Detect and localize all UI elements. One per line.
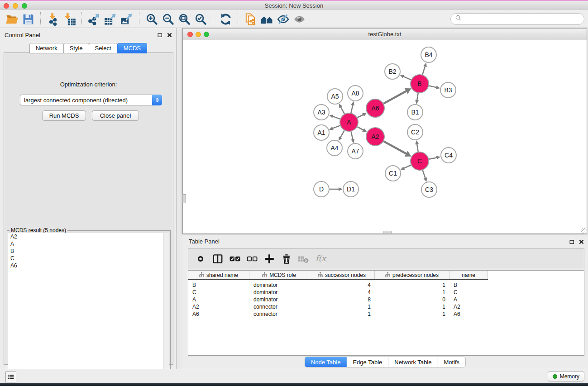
window-resize-grip[interactable] — [581, 228, 587, 234]
table-cell[interactable]: B — [188, 282, 249, 288]
table-cell[interactable]: C — [449, 289, 488, 295]
table-cell[interactable]: A — [449, 296, 488, 303]
mcds-result-item[interactable]: B — [8, 248, 169, 255]
graph-edge-A-A8[interactable] — [351, 105, 353, 113]
tab-edge-table[interactable]: Edge Table — [347, 357, 388, 367]
mcds-result-item[interactable]: A — [8, 240, 169, 248]
graph-edge-A6-B[interactable] — [383, 91, 406, 104]
graph-edge-A-A6[interactable] — [358, 114, 363, 118]
table-cell[interactable]: dominator — [249, 289, 309, 295]
table-cell[interactable]: 4 — [309, 282, 375, 288]
deselect-all-icon[interactable] — [244, 251, 261, 267]
table-cell[interactable]: 1 — [309, 304, 375, 310]
table-cell[interactable]: 1 — [309, 311, 375, 317]
column-header-mcds-role[interactable]: MCDS role — [249, 271, 309, 279]
graph-edge-A-A5[interactable] — [340, 107, 344, 114]
float-panel-icon[interactable] — [157, 32, 163, 38]
import-network-icon[interactable] — [45, 11, 61, 27]
bottom-splitter-grip[interactable] — [383, 231, 392, 234]
close-panel-button[interactable]: Close panel — [92, 110, 139, 121]
tab-node-table[interactable]: Node Table — [305, 357, 347, 367]
graph-edge-A2-C[interactable] — [383, 141, 406, 154]
table-cell[interactable]: 0 — [375, 296, 449, 303]
mcds-result-item[interactable]: A6 — [8, 262, 169, 269]
gear-icon[interactable] — [192, 251, 209, 267]
table-cell[interactable]: A2 — [188, 304, 249, 310]
column-header-successor-nodes[interactable]: successor nodes — [309, 271, 375, 279]
show-eye-icon[interactable] — [291, 11, 307, 27]
import-table-icon[interactable] — [61, 11, 77, 27]
table-cell[interactable]: 1 — [375, 311, 449, 317]
clone-network-icon[interactable] — [242, 11, 258, 27]
table-cell[interactable]: dominator — [249, 282, 309, 288]
column-header-shared-name[interactable]: shared name — [188, 271, 249, 279]
column-header-name[interactable]: name — [449, 271, 488, 279]
graph-edge-C-C1[interactable] — [404, 165, 411, 168]
tab-style[interactable]: Style — [63, 43, 89, 53]
close-table-panel-icon[interactable] — [578, 238, 584, 245]
function-builder-icon[interactable]: f(x) — [312, 251, 330, 267]
graph-edge-A-A2[interactable] — [357, 127, 363, 130]
select-all-icon[interactable] — [226, 251, 244, 267]
table-cell[interactable]: 1 — [375, 304, 449, 310]
table-row[interactable]: Cdominator41C — [188, 289, 584, 296]
close-panel-icon[interactable] — [166, 32, 172, 38]
table-cell[interactable]: C — [188, 289, 249, 295]
result-list-scrollbar[interactable] — [163, 233, 169, 384]
table-cell[interactable]: A — [188, 296, 249, 303]
export-table-icon[interactable] — [102, 11, 119, 27]
table-cell[interactable]: 4 — [309, 289, 375, 295]
criterion-dropdown[interactable]: largest connected component (directed) — [20, 95, 162, 105]
graph-edge-C-C3[interactable] — [423, 170, 425, 178]
memory-button[interactable]: Memory — [548, 372, 584, 381]
zoom-selected-icon[interactable] — [192, 11, 209, 27]
export-image-icon[interactable] — [119, 11, 135, 27]
graph-edge-C-C2[interactable] — [417, 144, 418, 152]
tab-select[interactable]: Select — [89, 43, 118, 53]
mcds-result-list[interactable]: A2ABCA6 — [8, 233, 169, 384]
graph-edge-B-B1[interactable] — [417, 93, 418, 101]
graph-edge-A-A4[interactable] — [340, 130, 344, 138]
refresh-layout-icon[interactable] — [217, 11, 234, 27]
graph-edge-B-B3[interactable] — [429, 86, 436, 88]
table-cell[interactable]: 1 — [375, 289, 449, 295]
zoom-out-icon[interactable] — [160, 11, 176, 27]
mcds-result-item[interactable]: C — [8, 255, 169, 262]
hide-style-icon[interactable] — [275, 11, 291, 27]
network-graph-canvas[interactable]: AA1A2A3A4A5A6A7A8BB1B2B3B4CC1C2C3C4DD1 — [183, 40, 587, 234]
graph-edge-A-A3[interactable] — [332, 116, 340, 119]
graph-edge-A-A1[interactable] — [332, 125, 340, 128]
export-network-icon[interactable] — [86, 11, 102, 27]
graph-edge-C-C4[interactable] — [429, 157, 437, 159]
graph-edge-B-B4[interactable] — [422, 66, 425, 75]
table-cell[interactable]: connector — [249, 311, 309, 317]
table-cell[interactable]: A2 — [449, 304, 488, 310]
network-window-titlebar[interactable]: testGlobe.txt — [183, 29, 587, 40]
table-row[interactable]: A6connector11A6 — [188, 310, 584, 318]
run-mcds-button[interactable]: Run MCDS — [42, 110, 86, 121]
search-input[interactable] — [463, 15, 584, 23]
graph-edge-B-B2[interactable] — [403, 76, 411, 80]
table-cell[interactable]: A6 — [449, 311, 488, 317]
save-session-icon[interactable] — [20, 11, 36, 27]
home-icon[interactable] — [258, 11, 275, 27]
table-cell[interactable]: connector — [249, 304, 309, 310]
tab-network[interactable]: Network — [29, 43, 64, 53]
delete-table-icon[interactable] — [295, 251, 312, 267]
table-cell[interactable]: A6 — [188, 311, 249, 317]
table-cell[interactable]: B — [449, 282, 488, 288]
left-splitter-grip[interactable] — [182, 194, 186, 203]
search-field[interactable] — [450, 13, 584, 25]
tab-mcds[interactable]: MCDS — [117, 43, 147, 53]
table-row[interactable]: A2connector11A2 — [188, 303, 584, 310]
tab-network-table[interactable]: Network Table — [388, 357, 438, 367]
columns-icon[interactable] — [209, 251, 226, 267]
tab-motifs[interactable]: Motifs — [438, 357, 465, 367]
open-file-icon[interactable] — [4, 11, 20, 27]
delete-column-icon[interactable] — [278, 251, 295, 267]
add-column-icon[interactable] — [261, 251, 278, 267]
zoom-fit-icon[interactable] — [176, 11, 192, 27]
mcds-result-item[interactable]: A2 — [8, 233, 169, 240]
column-header-predecessor-nodes[interactable]: predecessor nodes — [375, 271, 449, 279]
table-cell[interactable]: 8 — [309, 296, 375, 303]
